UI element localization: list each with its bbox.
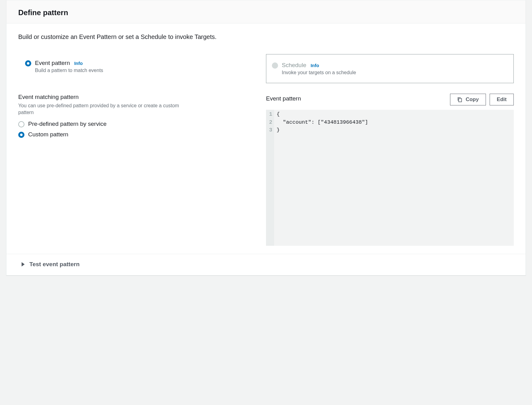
schedule-option[interactable]: Schedule Info Invoke your targets on a s… — [266, 54, 514, 83]
predefined-pattern-label: Pre-defined pattern by service — [28, 121, 106, 127]
radio-selected-icon — [25, 60, 31, 66]
panel-body: Build or customize an Event Pattern or s… — [6, 23, 526, 254]
event-pattern-preview-title: Event pattern — [266, 95, 301, 102]
event-pattern-option[interactable]: Event pattern Info Build a pattern to ma… — [18, 54, 266, 83]
schedule-option-desc: Invoke your targets on a schedule — [282, 70, 505, 75]
radio-unselected-icon — [18, 121, 24, 127]
caret-right-icon — [21, 262, 25, 266]
matching-radio-group: Pre-defined pattern by service Custom pa… — [18, 121, 257, 138]
code-content: { "account": ["434813966438"] } — [274, 110, 514, 246]
event-pattern-code[interactable]: 1 2 3 { "account": ["434813966438"] } — [266, 110, 514, 246]
code-gutter: 1 2 3 — [266, 110, 274, 246]
panel-header: Define pattern — [6, 0, 526, 23]
event-pattern-option-title: Event pattern — [35, 60, 70, 66]
predefined-pattern-option[interactable]: Pre-defined pattern by service — [18, 121, 257, 127]
svg-rect-0 — [459, 98, 462, 102]
event-pattern-info-link[interactable]: Info — [74, 61, 83, 66]
copy-button[interactable]: Copy — [450, 94, 486, 105]
schedule-info-link[interactable]: Info — [311, 63, 319, 68]
test-event-pattern-expander[interactable]: Test event pattern — [21, 261, 79, 268]
lower-columns: Event matching pattern You can use pre-d… — [18, 94, 514, 246]
panel-footer: Test event pattern — [6, 254, 526, 275]
define-pattern-panel: Define pattern Build or customize an Eve… — [6, 0, 526, 275]
intro-text: Build or customize an Event Pattern or s… — [18, 33, 514, 40]
panel-title: Define pattern — [18, 8, 514, 17]
copy-button-label: Copy — [466, 96, 479, 103]
radio-selected-icon — [18, 132, 24, 138]
matching-title: Event matching pattern — [18, 94, 257, 100]
custom-pattern-label: Custom pattern — [28, 131, 68, 138]
matching-desc: You can use pre-defined pattern provided… — [18, 102, 179, 116]
schedule-option-title: Schedule — [282, 62, 306, 68]
custom-pattern-option[interactable]: Custom pattern — [18, 131, 257, 138]
svg-marker-1 — [22, 262, 25, 266]
matching-pattern-section: Event matching pattern You can use pre-d… — [18, 94, 266, 246]
event-pattern-option-desc: Build a pattern to match events — [35, 68, 257, 73]
pattern-or-schedule-group: Event pattern Info Build a pattern to ma… — [18, 54, 514, 83]
edit-button-label: Edit — [497, 96, 507, 103]
copy-icon — [457, 97, 462, 102]
event-pattern-preview: Event pattern Copy Edit — [266, 94, 514, 246]
test-event-pattern-label: Test event pattern — [29, 261, 79, 268]
edit-button[interactable]: Edit — [490, 94, 514, 105]
radio-disabled-icon — [272, 62, 278, 69]
